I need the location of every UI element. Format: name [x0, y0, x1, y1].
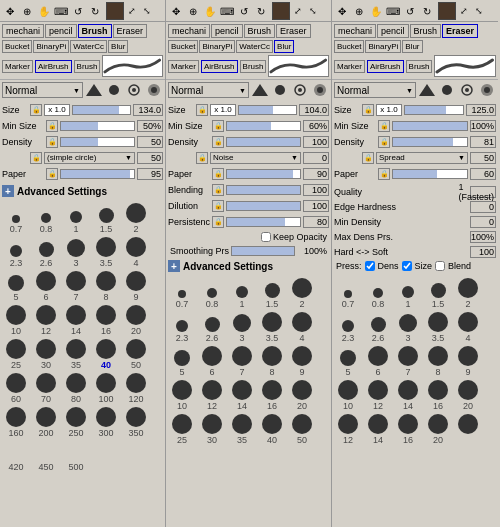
- tab-eraser[interactable]: Eraser: [276, 24, 311, 38]
- size-slider[interactable]: [404, 105, 464, 115]
- brush-tab-bucket[interactable]: Bucket: [2, 40, 32, 53]
- brush-dot-cell[interactable]: [2, 371, 30, 393]
- advanced-settings-header[interactable]: +Advanced Settings: [0, 183, 165, 199]
- multiplier-box[interactable]: x 1.0: [376, 104, 402, 116]
- brush-dot-cell[interactable]: [228, 412, 256, 434]
- brush-dot-cell[interactable]: [454, 378, 482, 400]
- brush-dot-cell[interactable]: [258, 310, 286, 332]
- mode-select[interactable]: Normal▼: [334, 82, 416, 98]
- lock-button[interactable]: 🔒: [378, 136, 390, 148]
- brush-dot-cell[interactable]: [92, 201, 120, 223]
- lock-button[interactable]: 🔒: [362, 152, 374, 164]
- brush-dot-cell[interactable]: [32, 269, 60, 291]
- brush-dot-cell[interactable]: [364, 344, 392, 366]
- brush-tab-blur[interactable]: Blur: [402, 40, 422, 53]
- toolbar-icon-1[interactable]: ⊕: [185, 3, 201, 19]
- brush-dot-cell[interactable]: [288, 378, 316, 400]
- subtool-dropdown[interactable]: Spread▼: [376, 152, 468, 164]
- brush-dot-cell[interactable]: [122, 405, 150, 427]
- slider[interactable]: [392, 169, 468, 179]
- brush-dot-cell[interactable]: [2, 269, 30, 291]
- slider[interactable]: [60, 121, 135, 131]
- tab-eraser[interactable]: Eraser: [442, 24, 478, 38]
- brush-dot-cell[interactable]: [122, 371, 150, 393]
- brush-dot-cell[interactable]: [32, 439, 60, 461]
- brush-dot-cell[interactable]: [258, 276, 286, 298]
- brush-dot-cell[interactable]: [364, 276, 392, 298]
- advanced-settings-header[interactable]: +Advanced Settings: [166, 258, 331, 274]
- brush-dot-cell[interactable]: [32, 303, 60, 325]
- brush-dot-cell[interactable]: [168, 276, 196, 298]
- color-swatch[interactable]: [106, 2, 124, 20]
- subtool-dropdown[interactable]: Noise▼: [210, 152, 301, 164]
- subtab-airbrush[interactable]: AirBrush: [35, 60, 72, 73]
- brush-tab-watercc[interactable]: WaterCc: [70, 40, 107, 53]
- toolbar-icon-5[interactable]: ↻: [253, 3, 269, 19]
- brush-dot-cell[interactable]: [394, 310, 422, 332]
- lock-button[interactable]: 🔒: [378, 168, 390, 180]
- brush-dot-cell[interactable]: [168, 412, 196, 434]
- lock-button[interactable]: 🔒: [196, 152, 208, 164]
- toolbar-icon-4[interactable]: ↺: [402, 3, 418, 19]
- dens-checkbox[interactable]: [365, 261, 375, 271]
- brush-tab-blur[interactable]: Blur: [108, 40, 128, 53]
- brush-dot-cell[interactable]: [288, 276, 316, 298]
- brush-dot-cell[interactable]: [2, 439, 30, 461]
- brush-dot-cell[interactable]: [364, 310, 392, 332]
- toolbar-icon-1[interactable]: ⊕: [19, 3, 35, 19]
- toolbar-icon-4[interactable]: ↺: [70, 3, 86, 19]
- brush-dot-cell[interactable]: [2, 303, 30, 325]
- brush-tab-blur[interactable]: Blur: [274, 40, 294, 53]
- blend-checkbox[interactable]: [435, 261, 445, 271]
- subtab-marker[interactable]: Marker: [168, 60, 199, 73]
- brush-dot-cell[interactable]: [334, 310, 362, 332]
- brush-dot-cell[interactable]: [168, 344, 196, 366]
- circle-gradient-icon[interactable]: [311, 82, 329, 98]
- brush-dot-cell[interactable]: [424, 276, 452, 298]
- brush-dot-cell[interactable]: [62, 405, 90, 427]
- toolbar-icon2-1[interactable]: ⤡: [472, 4, 486, 18]
- circle-ring-icon[interactable]: [291, 82, 309, 98]
- slider[interactable]: [226, 121, 301, 131]
- mode-select[interactable]: Normal▼: [2, 82, 83, 98]
- lock-button[interactable]: 🔒: [212, 120, 224, 132]
- brush-dot-cell[interactable]: [32, 371, 60, 393]
- subtab-brush[interactable]: Brush: [74, 60, 101, 73]
- toolbar-icon2-0[interactable]: ⤢: [457, 4, 471, 18]
- plus-icon[interactable]: +: [2, 185, 14, 197]
- size-slider[interactable]: [238, 105, 297, 115]
- multiplier-box[interactable]: x 1.0: [44, 104, 70, 116]
- brush-dot-cell[interactable]: [168, 378, 196, 400]
- lock-button[interactable]: 🔒: [212, 168, 224, 180]
- circle-gradient-icon[interactable]: [478, 82, 496, 98]
- circle-gradient-icon[interactable]: [145, 82, 163, 98]
- lock-button[interactable]: 🔒: [212, 136, 224, 148]
- lock-button[interactable]: 🔒: [46, 136, 58, 148]
- tab-brush[interactable]: Brush: [244, 24, 276, 38]
- toolbar-icon-3[interactable]: ⌨: [53, 3, 69, 19]
- circle-ring-icon[interactable]: [125, 82, 143, 98]
- brush-dot-cell[interactable]: [454, 310, 482, 332]
- brush-dot-cell[interactable]: [424, 378, 452, 400]
- brush-dot-cell[interactable]: [2, 235, 30, 257]
- lock-button[interactable]: 🔒: [212, 184, 224, 196]
- brush-dot-cell[interactable]: [228, 276, 256, 298]
- subtab-brush[interactable]: Brush: [406, 60, 433, 73]
- toolbar-icon-1[interactable]: ⊕: [351, 3, 367, 19]
- brush-dot-cell[interactable]: [32, 337, 60, 359]
- subtab-airbrush[interactable]: AirBrush: [201, 60, 238, 73]
- slider[interactable]: [60, 169, 135, 179]
- slider[interactable]: [226, 137, 301, 147]
- brush-dot-cell[interactable]: [92, 269, 120, 291]
- brush-dot-cell[interactable]: [62, 439, 90, 461]
- plus-icon[interactable]: +: [168, 260, 180, 272]
- toolbar-icon-4[interactable]: ↺: [236, 3, 252, 19]
- brush-dot-cell[interactable]: [92, 371, 120, 393]
- slider[interactable]: [392, 121, 468, 131]
- brush-dot-cell[interactable]: [228, 310, 256, 332]
- brush-tab-bucket[interactable]: Bucket: [334, 40, 364, 53]
- tab-mechani[interactable]: mechani: [168, 24, 210, 38]
- tab-pencil[interactable]: pencil: [377, 24, 409, 38]
- toolbar-icon-2[interactable]: ✋: [202, 3, 218, 19]
- brush-dot-cell[interactable]: [92, 235, 120, 257]
